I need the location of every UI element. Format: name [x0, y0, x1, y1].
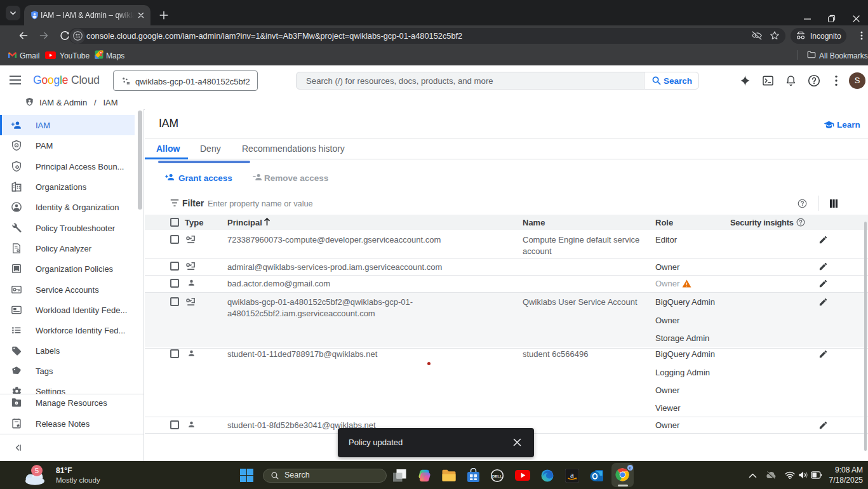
svg-text:DELL: DELL [492, 474, 502, 478]
svg-text:a: a [570, 470, 574, 479]
